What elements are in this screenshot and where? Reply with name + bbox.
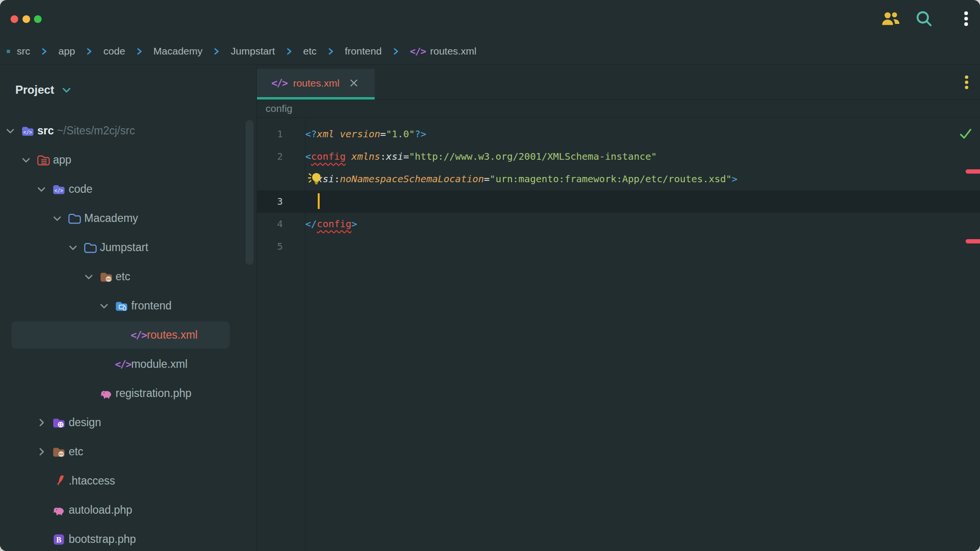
tree-item-app[interactable]: app (0, 145, 256, 175)
folder-frontend-icon (115, 299, 131, 313)
project-panel: Project </>src ~/Sites/m2cj/srcapp</>cod… (0, 65, 256, 551)
tree-item-module-xml[interactable]: </>module.xml (0, 350, 256, 379)
code-token: noNamespaceSchemaLocation (340, 173, 484, 185)
code-token: ?> (415, 128, 426, 140)
breadcrumb-item-src[interactable]: src (17, 45, 30, 57)
tree-item-routes-xml[interactable]: </>routes.xml (0, 320, 256, 350)
close-icon[interactable] (350, 79, 358, 87)
minimize-window-button[interactable] (22, 15, 30, 23)
code-token: config (311, 151, 345, 162)
tree-item-label: registration.php (116, 387, 192, 400)
tree-item-frontend[interactable]: frontend (0, 291, 256, 320)
chevron-down-icon[interactable] (99, 300, 115, 311)
breadcrumb-item-etc[interactable]: etc (303, 45, 317, 57)
breadcrumb-label: app (58, 45, 75, 57)
chevron-right-icon[interactable] (36, 417, 52, 428)
breadcrumb-label: routes.xml (430, 45, 477, 57)
tree-item-label: code (68, 183, 92, 196)
tree-item-label: frontend (131, 299, 171, 312)
editor-breadcrumb-bar: config (257, 99, 980, 118)
code-token: "urn:magento:framework:App/etc/routes.xs… (490, 173, 732, 185)
breadcrumb: srcappcodeMacademyJumpstartetcfrontend</… (0, 38, 980, 65)
tree-item-macademy[interactable]: Macademy (0, 204, 256, 233)
code-token: version (340, 128, 380, 140)
chevron-down-icon[interactable] (52, 213, 68, 224)
folder-design-icon (52, 416, 68, 430)
php-file-icon (52, 504, 68, 517)
tab-routes-xml[interactable]: </> routes.xml (257, 69, 375, 97)
htaccess-file-icon (52, 474, 68, 488)
chevron-down-icon[interactable] (36, 184, 52, 195)
code-line: <?xml version="1.0"?> (305, 123, 980, 145)
tree-item-jumpstart[interactable]: Jumpstart (0, 233, 256, 262)
folder-plain-icon (68, 212, 84, 225)
users-icon[interactable] (880, 9, 901, 31)
code-token: xmlns (351, 151, 380, 162)
tree-item-design[interactable]: design (0, 408, 256, 437)
zoom-window-button[interactable] (34, 15, 42, 23)
code-token (345, 151, 351, 162)
tree-item-etc[interactable]: etc (0, 262, 256, 291)
intention-bulb-icon[interactable] (307, 170, 323, 188)
search-icon[interactable] (914, 9, 934, 31)
breadcrumb-label: src (17, 45, 30, 57)
code-token: : (334, 173, 340, 185)
text-caret (318, 193, 320, 209)
code-token: > (732, 173, 737, 185)
breadcrumb-label: Macademy (154, 45, 203, 57)
code-token: = (484, 173, 490, 185)
code-token: = (403, 151, 409, 162)
code-token: </ (305, 218, 317, 230)
breadcrumb-item-app[interactable]: app (58, 45, 75, 57)
editor-pane: </> routes.xml config 12345 (257, 65, 980, 551)
chevron-right-icon (85, 47, 93, 55)
chevron-down-icon[interactable] (5, 125, 21, 136)
tree-item-label: bootstrap.php (68, 533, 136, 546)
inspections-ok-icon[interactable] (959, 127, 972, 143)
editor-breadcrumb-config[interactable]: config (266, 103, 292, 114)
chevron-right-icon[interactable] (36, 446, 52, 457)
breadcrumb-item-routes-xml[interactable]: </>routes.xml (410, 45, 477, 57)
chevron-down-icon[interactable] (67, 242, 84, 253)
project-tree-scrollbar[interactable] (245, 120, 254, 265)
tree-item-registration-php[interactable]: registration.php (0, 379, 256, 408)
folder-config-icon (52, 445, 68, 459)
xml-code-icon: </> (410, 45, 426, 57)
project-panel-title: Project (15, 83, 54, 97)
code-token: "1.0" (386, 128, 415, 140)
kebab-menu-icon[interactable] (956, 9, 976, 31)
tree-item-autoload-php[interactable]: autoload.php (0, 496, 256, 525)
folder-sources-icon: </> (52, 183, 68, 196)
tree-item-code[interactable]: </>code (0, 175, 256, 204)
breadcrumb-item-macademy[interactable]: Macademy (154, 45, 203, 57)
tree-item-label: .htaccess (68, 474, 115, 487)
code-token: "http://www.w3.org/2001/XMLSchema-instan… (409, 151, 657, 162)
svg-text:</>: </> (23, 129, 32, 134)
tree-item-etc[interactable]: etc (0, 437, 256, 466)
code-token: > (351, 218, 357, 230)
line-number-gutter: 12345 (257, 123, 305, 551)
tree-item--htaccess[interactable]: .htaccess (0, 466, 256, 496)
breadcrumb-label: Jumpstart (231, 45, 275, 57)
tree-item-src[interactable]: </>src ~/Sites/m2cj/src (0, 116, 256, 145)
chevron-right-icon (212, 47, 221, 55)
editor-kebab-menu-icon[interactable] (957, 73, 976, 94)
line-number: 4 (257, 213, 305, 235)
breadcrumb-item-jumpstart[interactable]: Jumpstart (231, 45, 275, 57)
tree-item-label: routes.xml (147, 329, 198, 342)
tree-item-bootstrap-php[interactable]: Bbootstrap.php (0, 525, 256, 551)
error-stripe-mark[interactable] (966, 239, 980, 243)
project-panel-header[interactable]: Project (15, 83, 72, 97)
ide-window: srcappcodeMacademyJumpstartetcfrontend</… (0, 0, 980, 551)
error-stripe-mark[interactable] (966, 169, 980, 174)
code-editor[interactable]: 12345 <?xml version="1.0"?><config xmlns… (257, 118, 980, 551)
bootstrap-file-icon: B (52, 533, 68, 546)
breadcrumb-bullet (7, 50, 10, 53)
code-token: config (317, 218, 351, 230)
tab-label: routes.xml (293, 77, 339, 89)
breadcrumb-item-frontend[interactable]: frontend (345, 45, 382, 57)
breadcrumb-item-code[interactable]: code (103, 45, 125, 57)
chevron-down-icon[interactable] (83, 271, 100, 282)
close-window-button[interactable] (11, 15, 18, 23)
chevron-down-icon[interactable] (21, 154, 37, 165)
